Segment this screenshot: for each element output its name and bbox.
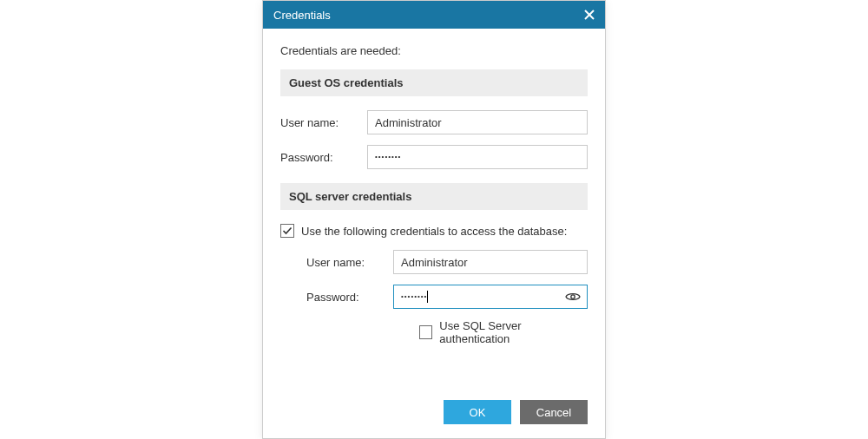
dialog-title: Credentials bbox=[273, 9, 331, 22]
text-cursor bbox=[427, 291, 428, 303]
sql-password-label: Password: bbox=[306, 291, 393, 304]
guest-password-label: Password: bbox=[280, 151, 367, 164]
eye-icon[interactable] bbox=[565, 291, 581, 303]
titlebar: Credentials bbox=[263, 1, 605, 29]
sql-auth-label[interactable]: Use SQL Server authentication bbox=[439, 319, 588, 345]
password-mask: •••••••• bbox=[375, 154, 401, 161]
sql-username-row: User name: bbox=[306, 250, 588, 274]
sql-auth-checkbox-row: Use SQL Server authentication bbox=[419, 319, 588, 345]
sql-password-input[interactable]: •••••••• bbox=[393, 285, 588, 309]
sql-auth-checkbox[interactable] bbox=[419, 325, 432, 339]
sql-password-row: Password: •••••••• bbox=[306, 285, 588, 309]
button-row: OK Cancel bbox=[263, 391, 605, 438]
use-creds-label[interactable]: Use the following credentials to access … bbox=[301, 225, 567, 238]
svg-point-2 bbox=[571, 295, 575, 298]
sql-fields-group: User name: Password: •••••••• bbox=[306, 250, 588, 345]
sql-username-label: User name: bbox=[306, 256, 393, 269]
guest-username-row: User name: bbox=[280, 110, 588, 134]
ok-button[interactable]: OK bbox=[444, 400, 511, 424]
intro-text: Credentials are needed: bbox=[280, 44, 588, 57]
cancel-button[interactable]: Cancel bbox=[520, 400, 588, 424]
use-creds-checkbox-row: Use the following credentials to access … bbox=[280, 224, 588, 238]
use-creds-checkbox[interactable] bbox=[280, 224, 294, 238]
guest-username-input[interactable] bbox=[367, 110, 588, 134]
credentials-dialog: Credentials Credentials are needed: Gues… bbox=[262, 0, 606, 439]
guest-username-label: User name: bbox=[280, 116, 367, 129]
guest-password-input[interactable]: •••••••• bbox=[367, 145, 588, 169]
dialog-content: Credentials are needed: Guest OS credent… bbox=[263, 29, 605, 391]
section-header-sql-server: SQL server credentials bbox=[280, 183, 588, 210]
guest-password-row: Password: •••••••• bbox=[280, 145, 588, 169]
section-header-guest-os: Guest OS credentials bbox=[280, 69, 588, 96]
close-icon[interactable] bbox=[582, 8, 596, 22]
password-mask: •••••••• bbox=[401, 293, 427, 300]
sql-username-input[interactable] bbox=[393, 250, 588, 274]
